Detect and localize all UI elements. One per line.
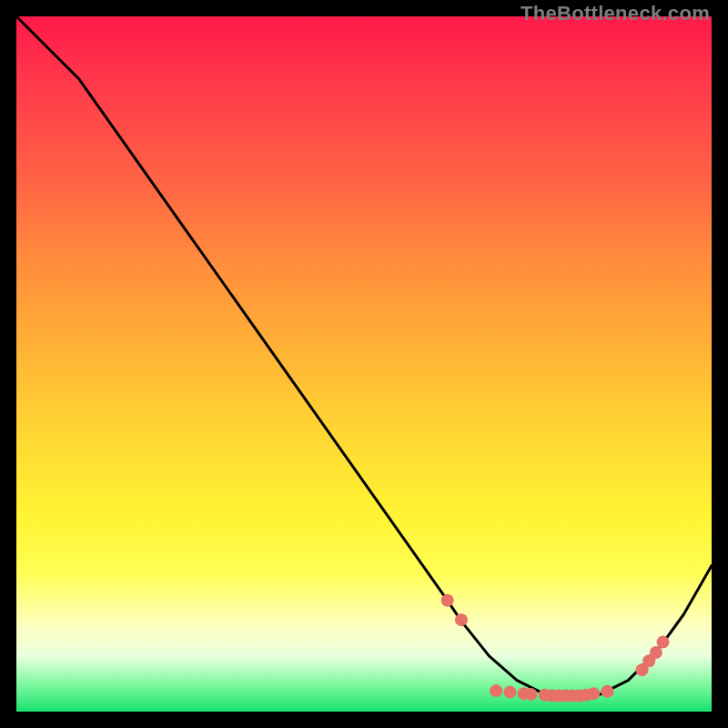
chart-svg [16, 16, 712, 712]
data-dot [524, 688, 537, 701]
data-dot [601, 685, 613, 698]
data-dot [455, 613, 468, 626]
data-dot [657, 636, 670, 649]
chart-frame: TheBottleneck.com [0, 0, 728, 728]
data-dot [490, 684, 502, 697]
data-dot [650, 646, 662, 659]
data-dots [441, 594, 670, 703]
data-dot [441, 594, 454, 607]
data-dot [587, 687, 600, 700]
data-dot [503, 686, 516, 699]
bottleneck-curve [16, 16, 712, 698]
